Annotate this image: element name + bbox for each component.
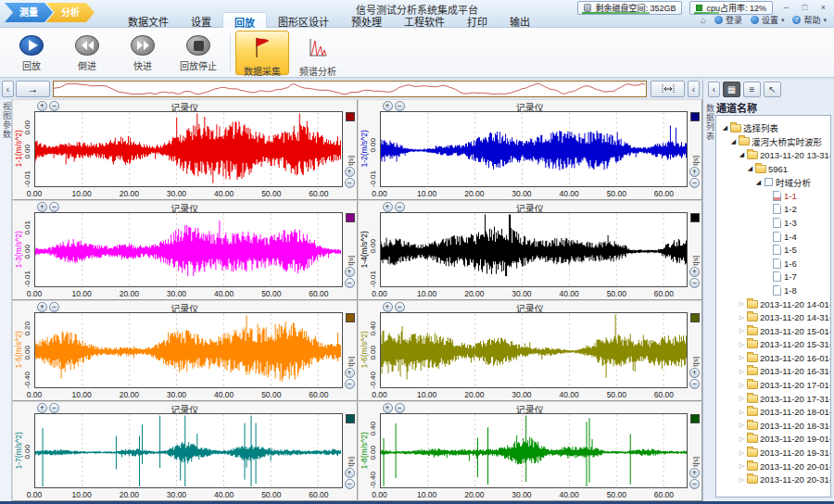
chart-panel-1-4: +−记录仪1-4(m/s^2)0.00-0.010.0010.0020.0030… <box>358 200 703 301</box>
plot-area[interactable] <box>380 312 689 388</box>
tree-item-2013-11-20 15-31-26[interactable]: ▷2013-11-20 15-31-26 <box>718 338 830 352</box>
y-zoom-out-button[interactable]: − <box>345 178 355 188</box>
close-button[interactable]: × <box>815 1 831 13</box>
x-axis-unit-label: t[s] <box>347 457 355 467</box>
file-icon <box>773 258 781 269</box>
nav-arrow-2[interactable]: 分析 <box>46 3 95 22</box>
x-axis-ticks: 0.0010.0020.0030.0040.0050.0060.00 <box>380 188 689 199</box>
plot-area[interactable] <box>34 312 343 388</box>
quick-link-home[interactable]: ⌂ <box>701 15 706 25</box>
maximize-button[interactable]: □ <box>797 1 813 13</box>
x-tick: 50.00 <box>261 490 281 499</box>
x-tick: 10.00 <box>417 189 436 198</box>
tree-item-时域分析[interactable]: ◢时域分析 <box>718 175 830 189</box>
plot-area[interactable] <box>380 111 689 187</box>
tree-item-1-4[interactable]: 1-4 <box>718 230 830 244</box>
quick-links: ⌂登录设置▾7帮助▾ <box>701 14 827 26</box>
folder-icon <box>747 475 758 484</box>
tree-item-2013-11-20 17-31-46[interactable]: ▷2013-11-20 17-31-46 <box>718 392 830 406</box>
plot-area[interactable] <box>34 111 343 187</box>
tree-item-1-2[interactable]: 1-2 <box>718 203 830 217</box>
tree-item-2013-11-20 18-31-52[interactable]: ▷2013-11-20 18-31-52 <box>718 419 830 433</box>
plot-area[interactable] <box>34 212 343 288</box>
tree-item-2013-11-20 17-01-06[interactable]: ▷2013-11-20 17-01-06 <box>718 378 830 392</box>
overview-waveform[interactable] <box>53 81 647 97</box>
tree-item-label: 2013-11-20 17-31-46 <box>760 394 831 404</box>
waveform-svg <box>381 213 688 287</box>
x-axis-unit-label: t[s] <box>691 357 700 367</box>
grid-view-button[interactable]: ▦ <box>723 82 740 97</box>
tree-item-2013-11-20 13-31-17[interactable]: ◢2013-11-20 13-31-17 <box>718 148 830 162</box>
tree-item-2013-11-20 20-01-46[interactable]: ▷2013-11-20 20-01-46 <box>718 460 830 473</box>
plot-area[interactable] <box>380 212 689 288</box>
tree-item-1-8[interactable]: 1-8 <box>718 284 830 297</box>
y-zoom-in-button[interactable]: + <box>345 468 355 478</box>
list-view-button[interactable]: ≡ <box>743 82 761 97</box>
nav-arrow-1[interactable]: 测量 <box>5 3 53 22</box>
tool-快进[interactable]: 快进 <box>116 31 170 75</box>
tree-item-2013-11-20 19-31-59[interactable]: ▷2013-11-20 19-31-59 <box>718 446 830 460</box>
checkbox[interactable] <box>764 178 773 186</box>
plot-area[interactable] <box>34 413 343 489</box>
tree-item-2013-11-20 15-01-27[interactable]: ▷2013-11-20 15-01-27 <box>718 324 830 338</box>
disk-icon <box>584 4 591 12</box>
y-zoom-in-button[interactable]: + <box>345 267 355 277</box>
tree-item-1-3[interactable]: 1-3 <box>718 216 830 230</box>
y-tick: 0.40 <box>369 422 377 436</box>
plot-area[interactable] <box>380 413 689 489</box>
y-zoom-out-button[interactable]: − <box>689 479 700 489</box>
quick-link-登录[interactable]: 登录 <box>714 14 742 26</box>
tree-item-2013-11-20 14-31-17[interactable]: ▷2013-11-20 14-31-17 <box>718 310 830 324</box>
tree-item-2013-11-20 19-01-48[interactable]: ▷2013-11-20 19-01-48 <box>718 433 830 447</box>
tree-item-1-1[interactable]: 1-1 <box>718 189 830 203</box>
y-zoom-out-button[interactable]: − <box>345 379 355 389</box>
y-zoom-out-button[interactable]: − <box>689 178 700 188</box>
tree-item-灌河大桥实时波形[interactable]: ◢灌河大桥实时波形 <box>718 135 830 149</box>
y-zoom-in-button[interactable]: + <box>345 167 355 177</box>
tree-collapsed-icon: ▷ <box>738 409 746 416</box>
y-axis-label: 1-5(m/s^2) <box>13 312 23 388</box>
tree-item-2013-11-20 18-01-41[interactable]: ▷2013-11-20 18-01-41 <box>718 405 830 419</box>
tool-数据采集[interactable]: 数据采集 <box>235 31 289 75</box>
help-icon: 7 <box>792 16 801 24</box>
overview-collapse-left-button[interactable]: ‹ <box>2 81 14 97</box>
y-zoom-out-button[interactable]: − <box>345 479 355 489</box>
tool-label: 频谱分析 <box>299 64 336 78</box>
y-zoom-in-button[interactable]: + <box>689 267 700 277</box>
overview-fit-button[interactable] <box>651 81 685 97</box>
y-zoom-in-button[interactable]: + <box>689 368 700 378</box>
tool-回放停止[interactable]: 回放停止 <box>171 31 225 75</box>
tree-item-1-5[interactable]: 1-5 <box>718 243 830 257</box>
tree-item-2013-11-20 14-01-25[interactable]: ▷2013-11-20 14-01-25 <box>718 297 830 311</box>
tool-频谱分析[interactable]: 频谱分析 <box>291 31 345 75</box>
tree-item-2013-11-20 16-01-11[interactable]: ▷2013-11-20 16-01-11 <box>718 351 830 365</box>
tree-item-2013-11-20 16-31-33[interactable]: ▷2013-11-20 16-31-33 <box>718 365 830 379</box>
tool-回放[interactable]: 回放 <box>5 31 58 75</box>
sidebar-collapse-button[interactable]: ‹ <box>708 82 720 97</box>
tool-倒进[interactable]: 倒进 <box>60 31 114 75</box>
tree-item-1-6[interactable]: 1-6 <box>718 257 830 271</box>
y-zoom-in-button[interactable]: + <box>689 468 700 478</box>
tree-item-选择列表[interactable]: ◢选择列表 <box>718 121 830 135</box>
waveform-svg <box>35 112 342 186</box>
y-zoom-out-button[interactable]: − <box>689 278 700 288</box>
overview-play-cursor-button[interactable]: → <box>16 81 50 97</box>
overview-collapse-right-button[interactable]: ‹ <box>688 81 700 97</box>
disk-space-status: 剩余磁盘空间: 352GB <box>577 1 682 15</box>
quick-link-设置[interactable]: 设置▾ <box>751 14 785 26</box>
tree-item-1-7[interactable]: 1-7 <box>718 271 830 284</box>
y-zoom-out-button[interactable]: − <box>689 379 700 389</box>
minimize-button[interactable]: – <box>778 1 794 13</box>
y-zoom-in-button[interactable]: + <box>345 368 355 378</box>
x-axis-unit-label: t[s] <box>347 256 355 266</box>
cursor-tool-button[interactable]: ↖ <box>764 82 781 97</box>
x-tick: 0.00 <box>372 189 387 198</box>
tree-item-5961[interactable]: ◢5961 <box>718 162 830 176</box>
y-zoom-out-button[interactable]: − <box>345 278 355 288</box>
right-zoom-buttons: +− <box>689 368 700 389</box>
flag-icon <box>251 35 273 61</box>
quick-link-帮助[interactable]: 7帮助▾ <box>792 14 827 26</box>
dropdown-arrow-icon: ▾ <box>823 17 827 24</box>
tree-item-2013-11-20 20-31-32[interactable]: ▷2013-11-20 20-31-32 <box>718 472 830 486</box>
y-zoom-in-button[interactable]: + <box>689 167 700 177</box>
